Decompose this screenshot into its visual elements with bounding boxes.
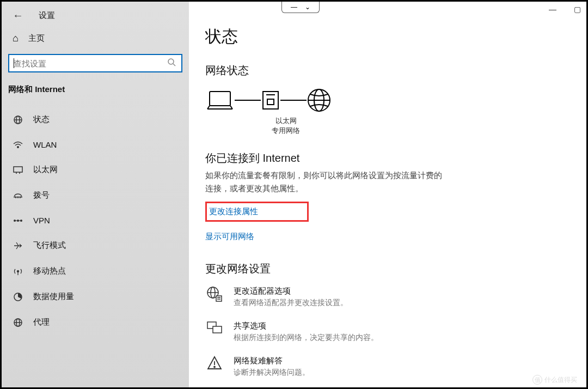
home-link[interactable]: ⌂ 主页 (2, 27, 189, 54)
sidebar-item-data[interactable]: 数据使用量 (2, 284, 189, 309)
settings-title: 设置 (39, 10, 55, 21)
svg-point-11 (20, 197, 21, 198)
svg-rect-32 (216, 296, 222, 301)
svg-rect-22 (210, 92, 230, 106)
diagram-caption: 以太网 专用网络 (264, 116, 308, 136)
adapter-icon (205, 286, 224, 308)
change-settings-heading: 更改网络设置 (205, 262, 570, 276)
laptop-icon (205, 89, 235, 111)
adapter-options-row[interactable]: 更改适配器选项 查看网络适配器并更改连接设置。 (205, 286, 570, 308)
setting-title: 网络疑难解答 (234, 356, 310, 366)
sidebar-item-dialup[interactable]: 拨号 (2, 183, 189, 208)
show-available-networks-link[interactable]: 显示可用网络 (205, 232, 254, 242)
page-title: 状态 (205, 26, 570, 48)
sidebar-item-proxy[interactable]: 代理 (2, 309, 189, 335)
main-content: —⌄ — ▢ 状态 网络状态 以太网 专用网络 (189, 2, 586, 387)
sidebar-item-label: 状态 (33, 114, 50, 125)
svg-point-9 (15, 197, 16, 198)
svg-rect-23 (263, 92, 278, 109)
svg-rect-24 (267, 99, 274, 105)
setting-title: 共享选项 (234, 321, 378, 331)
ethernet-adapter-icon (261, 89, 280, 111)
change-connection-properties-link[interactable]: 更改连接属性 (205, 202, 309, 222)
data-icon (13, 292, 23, 302)
back-button[interactable]: ← (13, 9, 23, 22)
sidebar-item-label: 飞行模式 (33, 240, 66, 251)
svg-line-1 (173, 64, 175, 66)
sidebar-item-wlan[interactable]: WLAN (2, 132, 189, 157)
sidebar-item-label: 代理 (33, 317, 50, 327)
network-diagram (205, 88, 570, 113)
setting-desc: 查看网络适配器并更改连接设置。 (234, 298, 348, 308)
vpn-icon (13, 217, 23, 224)
home-label: 主页 (28, 33, 45, 44)
sidebar-item-label: 拨号 (33, 190, 50, 200)
sidebar-item-airplane[interactable]: 飞行模式 (2, 233, 189, 258)
sharing-options-row[interactable]: 共享选项 根据所连接到的网络，决定要共享的内容。 (205, 321, 570, 343)
window-minimize[interactable]: — (549, 5, 556, 14)
hotspot-icon (13, 267, 23, 276)
sidebar-item-vpn[interactable]: VPN (2, 208, 189, 233)
sidebar-item-label: WLAN (33, 140, 57, 149)
svg-point-38 (214, 367, 215, 368)
setting-desc: 根据所连接到的网络，决定要共享的内容。 (234, 333, 378, 343)
globe-icon (307, 88, 332, 113)
search-input[interactable] (8, 54, 182, 72)
search-field[interactable] (9, 59, 181, 68)
connected-body: 如果你的流量套餐有限制，则你可以将此网络设置为按流量计费的连接，或者更改其他属性… (205, 169, 445, 195)
svg-rect-6 (14, 167, 22, 172)
watermark-icon: 值 (532, 375, 542, 385)
dialup-icon (13, 192, 23, 199)
sidebar-item-label: 以太网 (33, 165, 58, 175)
connected-heading: 你已连接到 Internet (205, 151, 570, 166)
troubleshoot-row[interactable]: 网络疑难解答 诊断并解决网络问题。 (205, 356, 570, 378)
wifi-icon (13, 141, 23, 149)
svg-point-0 (168, 59, 174, 64)
ethernet-icon (13, 166, 23, 174)
proxy-icon (13, 318, 23, 327)
section-header: 网络和 Internet (2, 84, 189, 107)
window-maximize[interactable]: ▢ (574, 5, 581, 14)
sidebar-item-label: VPN (33, 216, 50, 225)
setting-desc: 诊断并解决网络问题。 (234, 368, 310, 378)
home-icon: ⌂ (13, 33, 19, 44)
svg-rect-36 (213, 326, 222, 333)
sharing-icon (205, 321, 224, 343)
setting-title: 更改适配器选项 (234, 286, 348, 296)
svg-point-10 (17, 197, 19, 198)
sidebar: ← 设置 ⌂ 主页 网络和 Internet 状态 WLAN 以太网 拨号 VP… (2, 2, 189, 387)
search-icon (167, 58, 176, 69)
watermark: 值 什么值得买 (532, 375, 577, 385)
sidebar-item-status[interactable]: 状态 (2, 107, 189, 132)
sidebar-item-label: 移动热点 (33, 266, 66, 276)
sidebar-item-ethernet[interactable]: 以太网 (2, 157, 189, 183)
titlebar-notch: —⌄ (281, 1, 320, 13)
status-icon (13, 115, 23, 125)
network-status-heading: 网络状态 (205, 63, 570, 78)
airplane-icon (13, 241, 23, 251)
svg-point-5 (17, 146, 19, 147)
sidebar-item-label: 数据使用量 (33, 291, 74, 302)
sidebar-item-hotspot[interactable]: 移动热点 (2, 258, 189, 284)
troubleshoot-icon (205, 356, 224, 378)
